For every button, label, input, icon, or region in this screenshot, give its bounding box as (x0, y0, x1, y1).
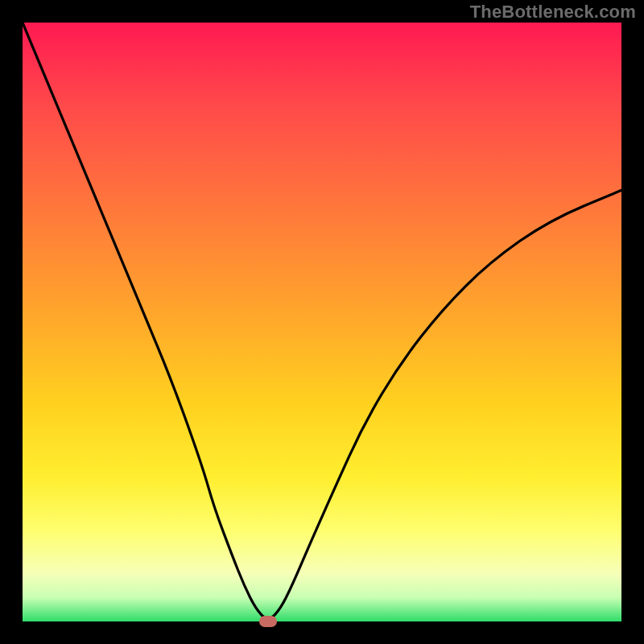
optimal-point-marker (259, 616, 277, 627)
chart-frame: TheBottleneck.com (0, 0, 644, 644)
watermark-text: TheBottleneck.com (470, 2, 636, 23)
plot-area (23, 23, 621, 621)
bottleneck-curve (23, 23, 621, 621)
